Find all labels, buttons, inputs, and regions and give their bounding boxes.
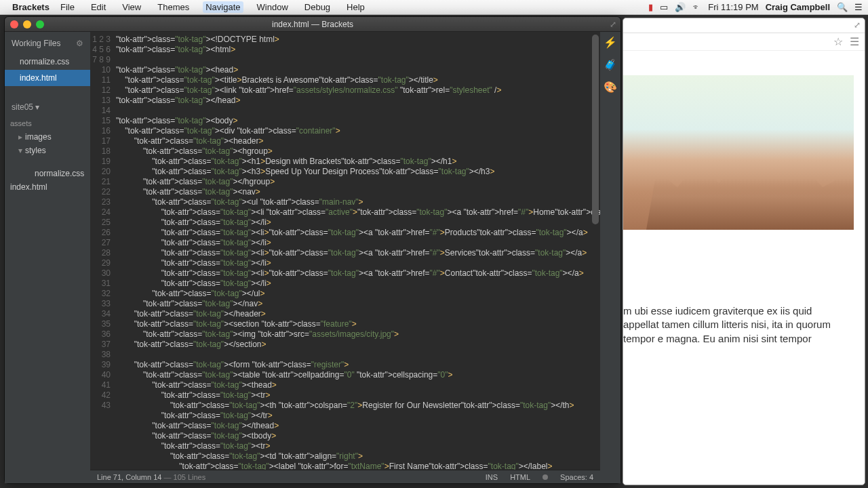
menu-themes[interactable]: Themes	[155, 1, 192, 13]
indent-setting[interactable]: Spaces: 4	[560, 473, 593, 481]
window-titlebar[interactable]: index.html — Brackets ⤢	[5, 17, 620, 32]
sidebar: Working Files ⚙ normalize.cssindex.html …	[5, 32, 90, 483]
tree-item[interactable]: normalize.css	[5, 157, 90, 180]
live-preview-icon[interactable]: ⚡	[604, 36, 617, 49]
preview-feature-image	[623, 75, 854, 230]
tree-item[interactable]: index.html	[5, 180, 90, 194]
code-editor[interactable]: 1 2 3 4 5 6 7 8 9 10 11 12 13 14 15 16 1…	[90, 32, 600, 470]
preview-addressbar[interactable]: ☆ ☰	[623, 33, 865, 51]
maximize-icon[interactable]: ⤢	[854, 20, 861, 30]
brackets-window: index.html — Brackets ⤢ Working Files ⚙ …	[4, 16, 621, 484]
tree-root[interactable]: assets	[5, 115, 90, 130]
menubar-user[interactable]: Craig Campbell	[766, 2, 830, 12]
wifi-icon[interactable]: ᯤ	[692, 2, 701, 12]
right-toolbar: ⚡ 🧳 🎨	[600, 32, 620, 483]
bookmark-star-icon[interactable]: ☆	[833, 35, 843, 48]
menu-view[interactable]: View	[119, 1, 144, 13]
hamburger-menu-icon[interactable]: ☰	[850, 35, 859, 48]
statusbar: Line 71, Column 14 — 105 Lines INS HTML …	[90, 470, 600, 483]
record-icon[interactable]: ▮	[648, 2, 653, 12]
tree-item[interactable]: ▾styles	[5, 144, 90, 157]
app-name[interactable]: Brackets	[12, 2, 50, 12]
mac-menubar: Brackets FileEditViewThemesNavigateWindo…	[0, 0, 868, 15]
line-number-gutter: 1 2 3 4 5 6 7 8 9 10 11 12 13 14 15 16 1…	[90, 32, 115, 470]
menu-window[interactable]: Window	[254, 1, 291, 13]
working-file[interactable]: index.html	[5, 70, 90, 86]
gear-icon[interactable]: ⚙	[76, 39, 83, 48]
menu-debug[interactable]: Debug	[302, 1, 333, 13]
menu-help[interactable]: Help	[344, 1, 368, 13]
extensions-icon[interactable]: 🧳	[604, 58, 617, 71]
insert-mode[interactable]: INS	[486, 473, 498, 481]
preview-paragraph: m ubi esse iudicem graviterque ex iis qu…	[623, 304, 854, 346]
live-preview-window: ⤢ ☆ ☰ m ubi esse iudicem graviterque ex …	[623, 18, 865, 485]
menu-navigate[interactable]: Navigate	[203, 1, 243, 13]
preview-body: m ubi esse iudicem graviterque ex iis qu…	[623, 51, 865, 485]
editor-scrollbar-thumb[interactable]	[592, 35, 599, 224]
volume-icon[interactable]: 🔊	[675, 2, 686, 12]
menubar-clock[interactable]: Fri 11:19 PM	[708, 2, 758, 12]
code-content[interactable]: "tok-attr">class="tok-tag"><!DOCTYPE htm…	[115, 32, 600, 470]
window-title: index.html — Brackets	[5, 20, 620, 29]
language-mode[interactable]: HTML	[510, 473, 530, 481]
themes-icon[interactable]: 🎨	[604, 81, 617, 94]
preview-titlebar[interactable]: ⤢	[623, 18, 865, 33]
total-lines: 105 Lines	[174, 473, 206, 481]
fullscreen-icon[interactable]: ⤢	[610, 20, 616, 29]
menu-list-icon[interactable]: ☰	[854, 2, 863, 12]
working-files-header[interactable]: Working Files	[12, 39, 60, 48]
menu-edit[interactable]: Edit	[88, 1, 108, 13]
working-file[interactable]: normalize.css	[5, 54, 90, 70]
tree-item[interactable]: ▸images	[5, 130, 90, 144]
menu-file[interactable]: File	[58, 1, 77, 13]
status-dot-icon	[542, 474, 548, 480]
cursor-position[interactable]: Line 71, Column 14	[97, 473, 161, 481]
spotlight-search-icon[interactable]: 🔍	[837, 2, 848, 12]
airplay-icon[interactable]: ▭	[660, 2, 668, 12]
project-selector[interactable]: site05 ▾	[5, 97, 90, 115]
